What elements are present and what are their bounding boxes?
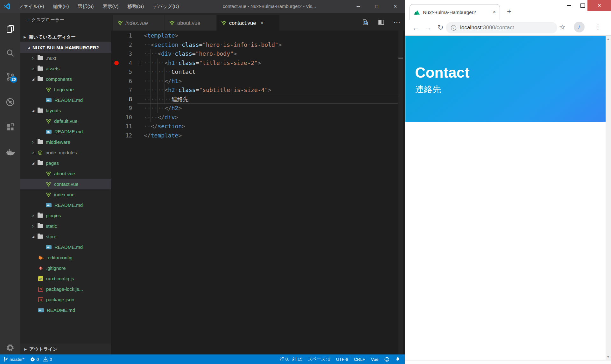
tree-item-layouts[interactable]: ◢layouts: [20, 105, 111, 116]
code-line-3[interactable]: ····<div·class="hero-body">: [144, 49, 282, 59]
status-item[interactable]: Vue: [371, 357, 378, 362]
maximize-button[interactable]: □: [368, 0, 386, 13]
tree-item-about.vue[interactable]: about.vueU: [20, 168, 111, 179]
more-actions-icon[interactable]: ⋯: [393, 21, 400, 24]
forward-icon[interactable]: →: [425, 24, 432, 32]
search-icon[interactable]: [0, 43, 20, 63]
tree-item-README.md[interactable]: M↓README.mdU: [20, 95, 111, 105]
debug-icon[interactable]: [0, 92, 20, 112]
code-line-7[interactable]: ······<h2·class="subtitle·is-size-4">: [144, 86, 282, 95]
code-line-6[interactable]: ······</h1>: [144, 77, 282, 86]
git-branch-status[interactable]: master*: [3, 357, 25, 362]
url-text[interactable]: localhost:3000/contact: [460, 24, 514, 31]
code-line-9[interactable]: ······</h2>: [144, 104, 282, 113]
browser-minimize-button[interactable]: [563, 0, 575, 11]
menu-item[interactable]: 選択(S): [74, 2, 98, 11]
new-tab-button[interactable]: +: [507, 8, 511, 15]
menu-item[interactable]: デバッグ(D): [149, 2, 183, 11]
chevron-right-icon[interactable]: ▷: [31, 224, 35, 228]
tree-item-.nuxt[interactable]: ▷.nuxt: [20, 53, 111, 63]
notifications-bell-icon[interactable]: [395, 357, 400, 362]
smiley-icon[interactable]: [384, 357, 390, 362]
tree-item-store[interactable]: ◢store: [20, 231, 111, 242]
code-line-5[interactable]: ········Contact: [144, 67, 282, 77]
source-control-icon[interactable]: 20: [0, 67, 20, 87]
open-editors-section[interactable]: ▶ 開いているエディター: [20, 32, 111, 42]
menu-item[interactable]: 編集(E): [49, 2, 73, 11]
code-line-1[interactable]: <template>: [144, 31, 282, 40]
tree-item-static[interactable]: ▷static: [20, 221, 111, 231]
tree-item-default.vue[interactable]: default.vueU: [20, 116, 111, 126]
editor-tab-contact.vue[interactable]: contact.vue×: [217, 15, 280, 31]
chevron-down-icon[interactable]: ◢: [31, 235, 35, 238]
project-root-section[interactable]: ◢ NUXT-BULMA-HAMBURGER2: [20, 42, 111, 53]
bookmark-star-icon[interactable]: ☆: [559, 23, 565, 32]
chevron-right-icon[interactable]: ▷: [31, 140, 35, 144]
editor-tab-index.vue[interactable]: index.vue: [113, 15, 165, 31]
tab-close-icon[interactable]: ×: [493, 9, 496, 15]
chevron-down-icon[interactable]: ◢: [31, 161, 35, 165]
explorer-icon[interactable]: [0, 19, 20, 39]
tree-item-index.vue[interactable]: index.vueU: [20, 189, 111, 200]
menu-item[interactable]: 移動(G): [124, 2, 148, 11]
tree-item-.gitignore[interactable]: .gitignoreU: [20, 263, 111, 273]
scroll-up-icon[interactable]: ▲: [607, 37, 610, 41]
status-item[interactable]: CRLF: [354, 357, 365, 362]
browser-maximize-button[interactable]: [576, 0, 589, 11]
chevron-down-icon[interactable]: ◢: [31, 77, 35, 81]
code-line-11[interactable]: ··</section>: [144, 122, 282, 131]
tree-item-package-lock.js...[interactable]: package-lock.js...U: [20, 284, 111, 294]
editor-tab-about.vue[interactable]: about.vue: [165, 15, 217, 31]
address-bar[interactable]: i localhost:3000/contact: [446, 22, 557, 33]
code-line-12[interactable]: </template>: [144, 131, 282, 140]
extension-note-icon[interactable]: ♪: [574, 22, 585, 32]
back-icon[interactable]: ←: [412, 24, 419, 32]
tab-close-icon[interactable]: ×: [260, 20, 263, 26]
tree-item-middleware[interactable]: ▷middleware: [20, 137, 111, 147]
code-line-10[interactable]: ····</div>: [144, 113, 282, 122]
chevron-right-icon[interactable]: ▷: [31, 56, 35, 60]
status-item[interactable]: 行 8、列 15: [280, 356, 302, 362]
status-item[interactable]: UTF-8: [336, 357, 348, 362]
code-line-4[interactable]: ······<h1·class="title·is-size-2">: [144, 59, 282, 68]
docker-icon[interactable]: [0, 142, 20, 162]
tree-item-contact.vue[interactable]: contact.vueU: [20, 179, 111, 189]
close-button[interactable]: ×: [386, 0, 404, 13]
extensions-icon[interactable]: [0, 117, 20, 137]
menu-item[interactable]: ファイル(F): [15, 2, 48, 11]
fold-toggle-icon[interactable]: −: [138, 61, 142, 65]
code-line-8[interactable]: ········連絡先: [144, 95, 282, 104]
tree-item-components[interactable]: ◢components: [20, 74, 111, 84]
tree-item-pages[interactable]: ◢pages: [20, 158, 111, 168]
tree-item-assets[interactable]: ▷assets: [20, 63, 111, 74]
browser-close-button[interactable]: ×: [587, 0, 611, 11]
tree-item-nuxt.config.js[interactable]: JSnuxt.config.jsU: [20, 273, 111, 284]
scroll-down-icon[interactable]: ▼: [607, 355, 610, 359]
tree-item-README.md[interactable]: M↓README.mdU: [20, 305, 111, 315]
code-line-2[interactable]: ··<section·class="hero·is-info·is-bold">: [144, 40, 282, 50]
browser-scrollbar[interactable]: ▲ ▼: [606, 36, 611, 360]
menu-item[interactable]: 表示(V): [99, 2, 123, 11]
browser-tab[interactable]: Nuxt-Bulma-Hamburger2 ×: [410, 4, 500, 20]
breakpoint-icon[interactable]: [114, 61, 119, 65]
problems-status[interactable]: 0 0: [30, 357, 52, 362]
tree-item-README.md[interactable]: M↓README.mdU: [20, 200, 111, 210]
tree-item-nodemodules[interactable]: ▷JSnode_modules: [20, 147, 111, 158]
chevron-down-icon[interactable]: ◢: [31, 109, 35, 112]
tree-item-Logo.vue[interactable]: Logo.vueU: [20, 84, 111, 95]
minimize-button[interactable]: ─: [349, 0, 368, 13]
chevron-right-icon[interactable]: ▷: [31, 214, 35, 217]
refresh-icon[interactable]: ↻: [438, 24, 443, 32]
editor-scrollbar[interactable]: [398, 31, 403, 359]
tree-item-package.json[interactable]: package.jsonU: [20, 294, 111, 305]
open-preview-icon[interactable]: [362, 18, 369, 26]
chevron-right-icon[interactable]: ▷: [31, 151, 35, 154]
split-editor-icon[interactable]: [377, 18, 385, 26]
status-item[interactable]: スペース: 2: [308, 356, 330, 362]
tree-item-README.md[interactable]: M↓README.mdU: [20, 126, 111, 137]
page-info-icon[interactable]: i: [451, 25, 456, 31]
code-content[interactable]: <template>··<section·class="hero·is-info…: [144, 31, 282, 140]
tree-item-.editorconfig[interactable]: .editorconfigU: [20, 252, 111, 263]
tree-item-README.md[interactable]: M↓README.mdU: [20, 242, 111, 252]
outline-section[interactable]: ▶ アウトライン: [20, 344, 111, 354]
